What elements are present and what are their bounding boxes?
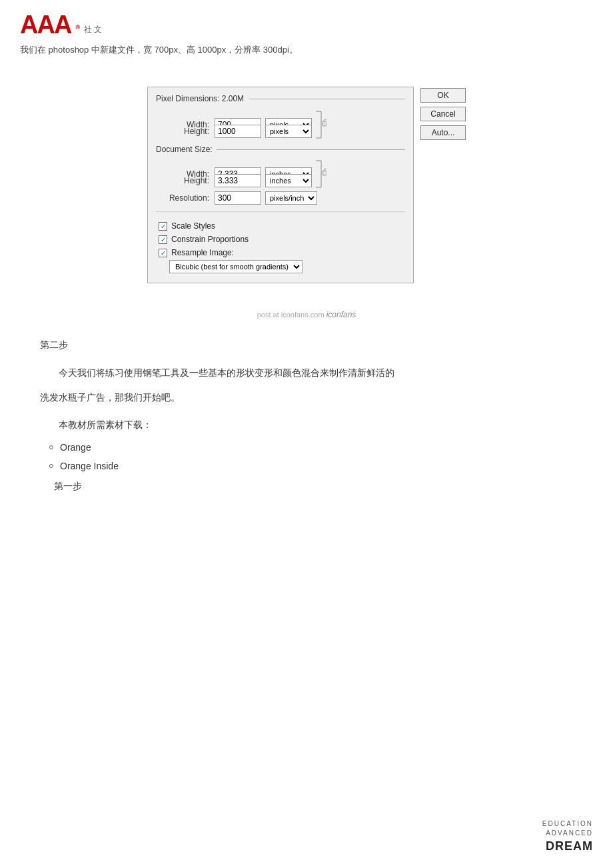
brand-advanced: ADVANCED: [542, 829, 593, 838]
bicubic-select[interactable]: Bicubic (best for smooth gradients) Bili…: [169, 260, 303, 273]
dialog-area: Pixel Dimensions: 2.00M Width: pixels in…: [0, 87, 613, 283]
logo-registered: ®: [76, 24, 81, 31]
document-size-section: Document Size: Width: inches cm: [156, 145, 405, 205]
resample-image-label: Resample Image:: [171, 248, 234, 257]
constrain-proportions-checkbox[interactable]: ✓: [159, 235, 167, 244]
list-item-orange-inside-text: Orange Inside: [60, 461, 119, 471]
paragraph1: 今天我们将练习使用钢笔工具及一些基本的形状变形和颜色混合来制作清新鲜活的: [40, 365, 573, 381]
svg-rect-7: [322, 171, 326, 175]
content-area: 第二步 今天我们将练习使用钢笔工具及一些基本的形状变形和颜色混合来制作清新鲜活的…: [0, 326, 613, 506]
dialog-wrapper: Pixel Dimensions: 2.00M Width: pixels in…: [147, 87, 466, 283]
list-item-orange: Orange: [40, 442, 573, 453]
doc-height-label: Height:: [161, 176, 215, 185]
resample-image-checkbox[interactable]: ✓: [159, 249, 167, 257]
resolution-unit-select[interactable]: pixels/inch pixels/cm: [265, 191, 317, 205]
paragraph2: 洗发水瓶子广告，那我们开始吧。: [40, 389, 573, 406]
ok-button[interactable]: OK: [420, 88, 466, 103]
material-title: 本教材所需素材下载：: [59, 419, 573, 431]
doc-height-unit-select[interactable]: inches cm: [265, 174, 312, 187]
bullet-orange-inside: [49, 464, 53, 468]
paragraph-section: 今天我们将练习使用钢笔工具及一些基本的形状变形和颜色混合来制作清新鲜活的: [40, 365, 573, 381]
list-section: Orange Orange Inside: [40, 442, 573, 471]
pixel-dimensions-label: Pixel Dimensions: 2.00M: [156, 94, 244, 103]
iconfans-brand: iconfans: [326, 310, 356, 319]
doc-height-row: Height: inches cm: [156, 174, 405, 187]
auto-button[interactable]: Auto...: [420, 125, 466, 140]
header-description: 我们在 photoshop 中新建文件，宽 700px、高 1000px，分辨率…: [0, 44, 613, 67]
step1-section: 第一步: [40, 481, 573, 493]
step2-section: 第二步: [40, 339, 573, 351]
pixel-height-row: Height: pixels inches: [156, 125, 405, 138]
constrain-proportions-row[interactable]: ✓ Constrain Proportions: [156, 235, 405, 244]
resolution-input[interactable]: [215, 191, 261, 205]
scale-styles-label: Scale Styles: [171, 221, 215, 231]
dialog-buttons: OK Cancel Auto...: [420, 87, 466, 140]
doc-size-header: Document Size:: [156, 145, 405, 154]
logo-letter-a3: A: [54, 11, 70, 39]
list-item-orange-text: Orange: [60, 442, 91, 453]
brand-dream: DREAM: [542, 838, 593, 855]
pixel-height-label: Height:: [161, 127, 215, 136]
resolution-label: Resolution:: [161, 193, 215, 203]
resample-image-row[interactable]: ✓ Resample Image:: [156, 248, 405, 257]
attribution-section: post at iconfans.com iconfans: [0, 303, 613, 326]
logo-letter-a2: A: [37, 11, 53, 39]
lock-bracket-pixel: [314, 110, 326, 139]
pixel-height-unit-select[interactable]: pixels inches: [265, 125, 312, 138]
scale-styles-row[interactable]: ✓ Scale Styles: [156, 221, 405, 231]
bullet-orange: [49, 445, 53, 449]
image-size-dialog: Pixel Dimensions: 2.00M Width: pixels in…: [147, 87, 414, 283]
list-item-orange-inside: Orange Inside: [40, 461, 573, 471]
pixel-dims-line: [249, 99, 405, 99]
checkboxes-section: ✓ Scale Styles ✓ Constrain Proportions ✓…: [156, 211, 405, 273]
doc-size-title: Document Size:: [156, 145, 217, 154]
brand-education: EDUCATION: [542, 819, 593, 829]
attribution-text: post at iconfans.com: [257, 311, 326, 319]
scale-styles-checkbox[interactable]: ✓: [159, 222, 167, 231]
resolution-row: Resolution: pixels/inch pixels/cm: [156, 191, 405, 205]
constrain-proportions-label: Constrain Proportions: [171, 235, 249, 244]
lock-bracket-doc: [314, 159, 326, 189]
logo-aaa: AAA ®: [20, 12, 80, 37]
cancel-button[interactable]: Cancel: [420, 107, 466, 121]
header-section: AAA ® 社 文: [0, 0, 613, 44]
svg-rect-3: [322, 121, 326, 126]
doc-size-line: [217, 149, 405, 150]
pixel-dimensions-row: Pixel Dimensions: 2.00M: [156, 94, 405, 103]
paragraph2-section: 洗发水瓶子广告，那我们开始吧。: [40, 389, 573, 406]
pixel-height-input[interactable]: [215, 125, 261, 138]
logo-letter-a1: A: [20, 11, 37, 39]
bicubic-row: Bicubic (best for smooth gradients) Bili…: [156, 260, 405, 273]
step2-title: 第二步: [40, 339, 573, 351]
bottom-brand: EDUCATION ADVANCED DREAM: [542, 819, 593, 855]
logo-subtitle: 社 文: [84, 24, 102, 35]
step1-title: 第一步: [40, 481, 573, 493]
doc-height-input[interactable]: [215, 174, 261, 187]
material-section: 本教材所需素材下载：: [40, 419, 573, 431]
